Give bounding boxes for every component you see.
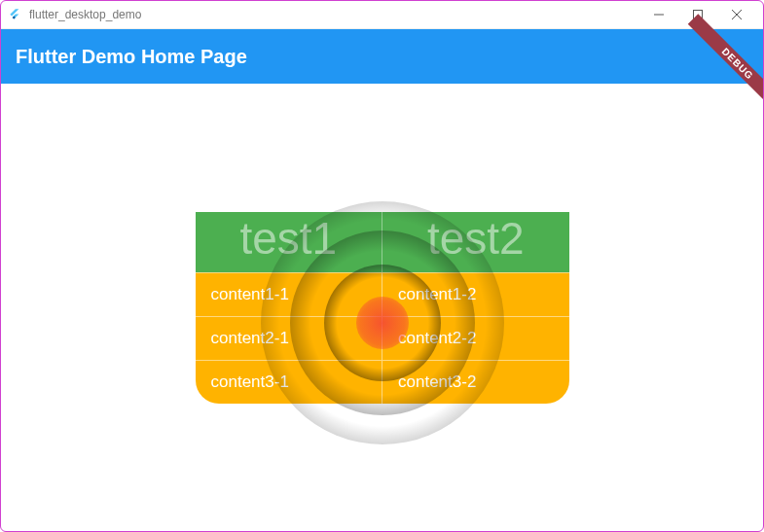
table-cell: content1-2 [382,273,569,316]
table-row: content3-1 content3-2 [196,360,569,404]
table-header-cell: test2 [382,212,569,272]
table-cell: content2-1 [196,317,383,360]
table-cell: content3-2 [382,361,569,404]
window-title: flutter_desktop_demo [29,8,639,21]
app-bar-title: Flutter Demo Home Page [16,46,247,68]
app-bar: Flutter Demo Home Page DEBUG [0,29,764,84]
window-titlebar: flutter_desktop_demo [0,0,764,29]
table-header-row: test1 test2 [196,212,569,272]
table-row: content2-1 content2-2 [196,316,569,360]
data-table: test1 test2 content1-1 content1-2 conten… [196,212,569,404]
minimize-button[interactable] [639,0,678,29]
table-header-cell: test1 [196,212,383,272]
close-button[interactable] [717,0,756,29]
debug-banner-label: DEBUG [720,46,756,82]
page-body: test1 test2 content1-1 content1-2 conten… [0,84,764,532]
table-row: content1-1 content1-2 [196,272,569,316]
table-cell: content1-1 [196,273,383,316]
table-cell: content3-1 [196,361,383,404]
table-cell: content2-2 [382,317,569,360]
flutter-logo-icon [8,8,21,21]
